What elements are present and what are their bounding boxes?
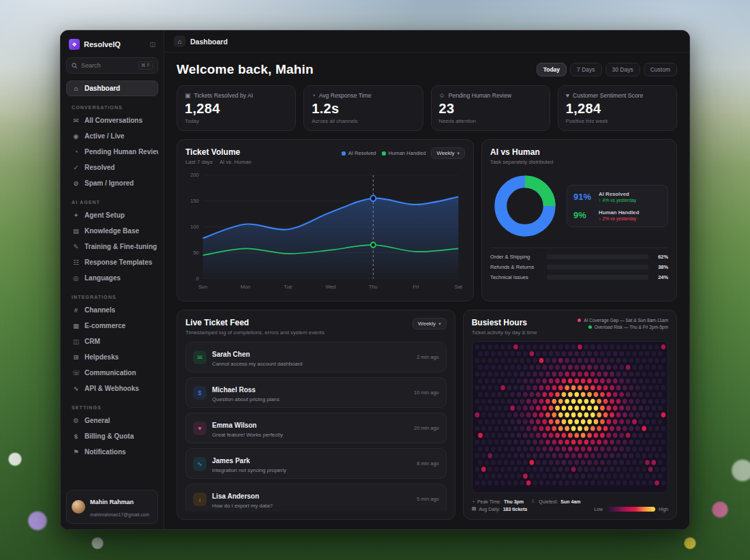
human-handled-label: Human Handled: [599, 209, 639, 216]
sidebar-item-spam-ignored[interactable]: ⊘ Spam / Ignored: [66, 175, 158, 191]
sidebar-item-training-fine-tuning[interactable]: ✎ Training & Fine-tuning: [66, 239, 158, 254]
feed-item[interactable]: ♥ Emma WilsonGreat feature! Works perfec…: [185, 413, 447, 443]
heat-scale: Low High: [595, 507, 668, 512]
legend-coverage-gap: AI Coverage Gap — Sat & Sun 8am-11am: [578, 318, 668, 323]
search-box[interactable]: ⌘ F: [66, 57, 158, 74]
sidebar-item-crm[interactable]: ◫ CRM: [66, 334, 158, 349]
sparkles-icon: ✦: [72, 211, 80, 219]
moon-icon: ☾: [532, 499, 536, 504]
user-icon: ☺: [439, 92, 445, 99]
sidebar-item-helpdesks[interactable]: ⊞ Helpdesks: [66, 349, 158, 365]
sidebar-item-resolved[interactable]: ✓ Resolved: [66, 160, 158, 175]
user-profile[interactable]: Mahin Rahman mahinrahman17@gmail.com: [66, 490, 158, 524]
heatmap-panel: [472, 341, 668, 493]
feed-item[interactable]: ↓ Lisa AndersonHow do I export my data? …: [185, 484, 447, 512]
sidebar-item-general[interactable]: ⚙ General: [66, 413, 158, 428]
phone-icon: ☏: [72, 369, 80, 377]
app-window: ❖ ResolveIQ ◫ ⌘ F ⌂ Dashboard CONVERSATI…: [60, 30, 690, 530]
sidebar-item-label: Training & Fine-tuning: [85, 243, 157, 250]
sidebar-collapse-icon[interactable]: ◫: [149, 41, 155, 48]
legend-ai-resolved: AI Resolved: [342, 150, 376, 156]
card-subtitle: Task separately distributed: [490, 159, 668, 165]
stat-value: 1,284: [566, 101, 669, 117]
plug-icon: ∿: [193, 457, 207, 471]
brand: ❖ ResolveIQ ◫: [66, 38, 158, 51]
clock-icon: ◔: [72, 148, 80, 156]
stat-value: 23: [439, 101, 542, 117]
feed-list: ✉ Sarah ChenCannot access my account das…: [185, 342, 447, 512]
search-icon: [72, 63, 78, 69]
legend-dot: [588, 325, 592, 329]
sidebar-item-knowledge-base[interactable]: ▤ Knowledge Base: [66, 223, 158, 239]
weekly-dropdown[interactable]: Weekly▾: [412, 318, 447, 329]
busiest-hours-card: Busiest Hours Ticket activity by day & t…: [463, 310, 677, 520]
donut-chart: [490, 171, 560, 241]
section-title-ai-agent: AI AGENT: [72, 200, 153, 205]
legend-overload-risk: Overload Risk — Thu & Fri 2pm-5pm: [588, 325, 668, 329]
sidebar-item-channels[interactable]: # Channels: [66, 302, 158, 318]
download-icon: ↓: [193, 492, 207, 506]
sidebar-item-label: Active / Live: [85, 132, 124, 140]
sidebar-item-all-conversations[interactable]: ✉ All Conversations: [66, 113, 158, 128]
sidebar-item-e-commerce[interactable]: ▦ E-commerce: [66, 318, 158, 334]
svg-text:Tue: Tue: [284, 284, 292, 290]
sidebar-item-communication[interactable]: ☏ Communication: [66, 365, 158, 381]
pulse-icon: ◉: [72, 132, 80, 140]
range-7days-button[interactable]: 7 Days: [570, 63, 601, 76]
card-subtitle: Ticket activity by day & time: [472, 329, 537, 336]
clock-icon: ◔: [312, 92, 315, 99]
stat-ai-resolved: 91% AI Resolved ↑ 4% vs yesterday: [573, 191, 661, 203]
sidebar-item-label: E-commerce: [85, 322, 125, 329]
range-custom-button[interactable]: Custom: [644, 63, 677, 76]
sidebar-item-api-webhooks[interactable]: ∿ API & Webhooks: [66, 381, 158, 396]
book-icon: ▤: [72, 227, 80, 235]
feed-item[interactable]: ∿ James ParkIntegration not syncing prop…: [185, 448, 447, 479]
card-title: Ticket Volume: [185, 147, 252, 157]
range-30days-button[interactable]: 30 Days: [605, 63, 640, 76]
stat-card-tickets-resolved: ▣Tickets Resolved by AI 1,284 Today: [177, 85, 296, 131]
topbar: ⌂ Dashboard: [164, 31, 689, 53]
ticket-volume-chart: 050100150200SunMonTueWedThuFriSat: [185, 169, 465, 293]
svg-text:0: 0: [196, 276, 199, 282]
peak-time-stat: ◔Peak Time:Thu 3pm: [472, 499, 524, 504]
sidebar-item-agent-setup[interactable]: ✦ Agent Setup: [66, 207, 158, 223]
home-icon[interactable]: ⌂: [174, 35, 185, 47]
sidebar-item-languages[interactable]: ◎ Languages: [66, 270, 158, 286]
app-logo-icon: ❖: [69, 39, 80, 50]
feed-item[interactable]: ✉ Sarah ChenCannot access my account das…: [185, 342, 447, 372]
chevron-down-icon: ▾: [457, 151, 460, 156]
bar-track: [547, 265, 648, 269]
sidebar-item-label: Billing & Quota: [85, 432, 134, 440]
chat-icon: ✉: [193, 351, 207, 364]
template-icon: ☷: [72, 259, 80, 266]
range-today-button[interactable]: Today: [537, 63, 567, 76]
sidebar-item-active-live[interactable]: ◉ Active / Live: [66, 128, 158, 144]
sidebar: ❖ ResolveIQ ◫ ⌘ F ⌂ Dashboard CONVERSATI…: [61, 31, 164, 529]
database-icon: ◫: [72, 338, 80, 345]
webhook-icon: ∿: [72, 385, 80, 392]
sidebar-item-dashboard[interactable]: ⌂ Dashboard: [66, 80, 158, 96]
weekly-dropdown[interactable]: Weekly▾: [431, 147, 465, 159]
card-title: Busiest Hours: [472, 318, 537, 327]
card-title: AI vs Human: [490, 147, 668, 157]
breadcrumb: Dashboard: [190, 38, 228, 46]
sidebar-item-billing-quota[interactable]: $ Billing & Quota: [66, 428, 158, 444]
sidebar-item-pending-human-review[interactable]: ◔ Pending Human Review: [66, 144, 158, 160]
pencil-icon: ✎: [72, 243, 80, 250]
card-subtitle: Timestamped log of completions, errors a…: [185, 329, 325, 336]
search-input[interactable]: [81, 62, 135, 69]
heatmap-chart: [472, 342, 668, 492]
stat-label: Pending Human Review: [449, 92, 511, 99]
svg-text:Wed: Wed: [325, 284, 335, 290]
page-title: Welcome back, Mahin: [177, 62, 314, 77]
user-email: mahinrahman17@gmail.com: [90, 512, 149, 517]
scale-high-label: High: [659, 507, 668, 512]
sidebar-item-notifications[interactable]: ⚑ Notifications: [66, 444, 158, 460]
ban-icon: ⊘: [72, 179, 80, 187]
legend-dot: [382, 151, 386, 156]
sidebar-item-response-templates[interactable]: ☷ Response Templates: [66, 254, 158, 270]
feed-item[interactable]: $ Michael RossQuestion about pricing pla…: [185, 377, 447, 408]
stat-subtext: Today: [185, 118, 288, 124]
heart-icon: ♥: [193, 422, 207, 435]
card-subtitle-2: AI vs. Human: [220, 159, 252, 165]
